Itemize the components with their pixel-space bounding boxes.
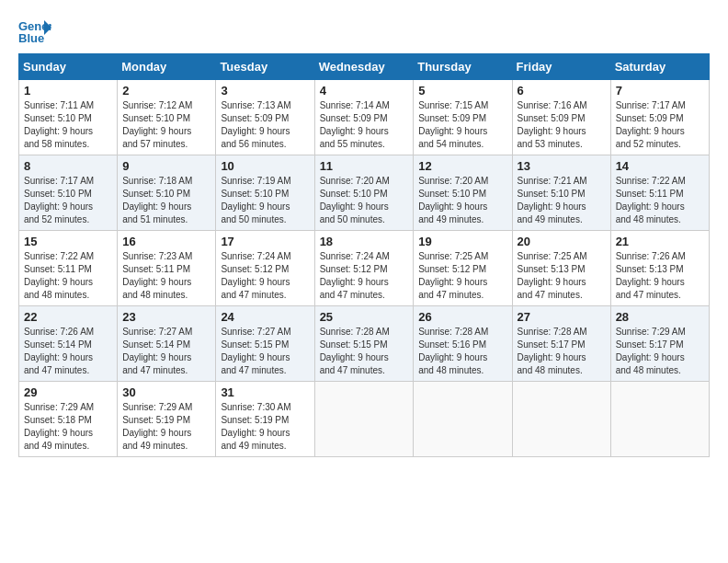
day-number: 13 (518, 159, 606, 173)
calendar-cell: 21Sunrise: 7:26 AMSunset: 5:13 PMDayligh… (610, 231, 709, 306)
calendar-cell: 1Sunrise: 7:11 AMSunset: 5:10 PMDaylight… (19, 80, 118, 155)
day-info: Sunrise: 7:21 AMSunset: 5:10 PMDaylight:… (518, 175, 606, 226)
day-number: 22 (24, 310, 112, 324)
logo: General Blue (18, 18, 55, 44)
calendar-cell: 28Sunrise: 7:29 AMSunset: 5:17 PMDayligh… (610, 306, 709, 382)
calendar-week-row: 15Sunrise: 7:22 AMSunset: 5:11 PMDayligh… (19, 231, 710, 306)
day-number: 21 (616, 235, 704, 248)
calendar-cell (314, 382, 414, 457)
day-number: 3 (221, 84, 309, 98)
day-info: Sunrise: 7:28 AMSunset: 5:15 PMDaylight:… (320, 326, 409, 377)
weekday-header-monday: Monday (118, 54, 216, 80)
day-number: 27 (518, 310, 606, 324)
day-info: Sunrise: 7:25 AMSunset: 5:12 PMDaylight:… (418, 250, 506, 302)
calendar-cell: 4Sunrise: 7:14 AMSunset: 5:09 PMDaylight… (314, 80, 414, 155)
day-info: Sunrise: 7:17 AMSunset: 5:10 PMDaylight:… (24, 175, 112, 226)
day-number: 28 (616, 310, 704, 324)
calendar-cell (512, 382, 610, 457)
svg-text:Blue: Blue (18, 31, 44, 44)
calendar-week-row: 22Sunrise: 7:26 AMSunset: 5:14 PMDayligh… (19, 306, 710, 382)
day-number: 11 (320, 159, 409, 173)
calendar-week-row: 8Sunrise: 7:17 AMSunset: 5:10 PMDaylight… (19, 155, 710, 231)
calendar-cell: 12Sunrise: 7:20 AMSunset: 5:10 PMDayligh… (414, 155, 512, 231)
day-number: 4 (320, 84, 409, 98)
page-header: General Blue (18, 18, 710, 44)
day-number: 23 (122, 310, 210, 324)
calendar-cell (414, 382, 512, 457)
day-info: Sunrise: 7:20 AMSunset: 5:10 PMDaylight:… (418, 175, 506, 226)
weekday-header-tuesday: Tuesday (216, 54, 314, 80)
calendar-cell: 3Sunrise: 7:13 AMSunset: 5:09 PMDaylight… (216, 80, 314, 155)
day-info: Sunrise: 7:29 AMSunset: 5:17 PMDaylight:… (616, 326, 704, 377)
calendar-week-row: 1Sunrise: 7:11 AMSunset: 5:10 PMDaylight… (19, 80, 710, 155)
day-number: 20 (518, 235, 606, 248)
day-number: 19 (418, 235, 506, 248)
calendar-cell: 20Sunrise: 7:25 AMSunset: 5:13 PMDayligh… (512, 231, 610, 306)
calendar-cell: 29Sunrise: 7:29 AMSunset: 5:18 PMDayligh… (19, 382, 118, 457)
calendar-cell: 15Sunrise: 7:22 AMSunset: 5:11 PMDayligh… (19, 231, 118, 306)
day-info: Sunrise: 7:26 AMSunset: 5:13 PMDaylight:… (616, 250, 704, 302)
day-info: Sunrise: 7:19 AMSunset: 5:10 PMDaylight:… (221, 175, 309, 226)
day-number: 9 (122, 159, 210, 173)
weekday-header-wednesday: Wednesday (314, 54, 414, 80)
calendar-cell: 7Sunrise: 7:17 AMSunset: 5:09 PMDaylight… (610, 80, 709, 155)
calendar-cell: 11Sunrise: 7:20 AMSunset: 5:10 PMDayligh… (314, 155, 414, 231)
calendar-cell: 31Sunrise: 7:30 AMSunset: 5:19 PMDayligh… (216, 382, 314, 457)
day-number: 24 (221, 310, 309, 324)
day-info: Sunrise: 7:27 AMSunset: 5:15 PMDaylight:… (221, 326, 309, 377)
day-number: 1 (24, 84, 112, 98)
calendar-cell (610, 382, 709, 457)
day-number: 29 (24, 385, 112, 399)
day-number: 7 (616, 84, 704, 98)
calendar-cell: 19Sunrise: 7:25 AMSunset: 5:12 PMDayligh… (414, 231, 512, 306)
day-number: 25 (320, 310, 409, 324)
day-number: 16 (122, 235, 210, 248)
day-number: 12 (418, 159, 506, 173)
calendar-cell: 14Sunrise: 7:22 AMSunset: 5:11 PMDayligh… (610, 155, 709, 231)
day-number: 17 (221, 235, 309, 248)
day-info: Sunrise: 7:11 AMSunset: 5:10 PMDaylight:… (24, 99, 112, 151)
day-info: Sunrise: 7:16 AMSunset: 5:09 PMDaylight:… (518, 99, 606, 151)
day-number: 2 (122, 84, 210, 98)
calendar-cell: 6Sunrise: 7:16 AMSunset: 5:09 PMDaylight… (512, 80, 610, 155)
day-info: Sunrise: 7:28 AMSunset: 5:16 PMDaylight:… (418, 326, 506, 377)
day-info: Sunrise: 7:12 AMSunset: 5:10 PMDaylight:… (122, 99, 210, 151)
day-number: 6 (518, 84, 606, 98)
day-info: Sunrise: 7:30 AMSunset: 5:19 PMDaylight:… (221, 401, 309, 453)
day-info: Sunrise: 7:24 AMSunset: 5:12 PMDaylight:… (320, 250, 409, 302)
day-number: 5 (418, 84, 506, 98)
day-info: Sunrise: 7:18 AMSunset: 5:10 PMDaylight:… (122, 175, 210, 226)
day-info: Sunrise: 7:27 AMSunset: 5:14 PMDaylight:… (122, 326, 210, 377)
calendar-cell: 25Sunrise: 7:28 AMSunset: 5:15 PMDayligh… (314, 306, 414, 382)
weekday-header-friday: Friday (512, 54, 610, 80)
calendar-cell: 10Sunrise: 7:19 AMSunset: 5:10 PMDayligh… (216, 155, 314, 231)
calendar-cell: 5Sunrise: 7:15 AMSunset: 5:09 PMDaylight… (414, 80, 512, 155)
calendar-cell: 13Sunrise: 7:21 AMSunset: 5:10 PMDayligh… (512, 155, 610, 231)
day-number: 8 (24, 159, 112, 173)
day-number: 30 (122, 385, 210, 399)
calendar-header-row: SundayMondayTuesdayWednesdayThursdayFrid… (19, 54, 710, 80)
day-info: Sunrise: 7:13 AMSunset: 5:09 PMDaylight:… (221, 99, 309, 151)
day-info: Sunrise: 7:15 AMSunset: 5:09 PMDaylight:… (418, 99, 506, 151)
calendar-cell: 2Sunrise: 7:12 AMSunset: 5:10 PMDaylight… (118, 80, 216, 155)
day-number: 31 (221, 385, 309, 399)
calendar-cell: 24Sunrise: 7:27 AMSunset: 5:15 PMDayligh… (216, 306, 314, 382)
calendar-cell: 8Sunrise: 7:17 AMSunset: 5:10 PMDaylight… (19, 155, 118, 231)
calendar-cell: 30Sunrise: 7:29 AMSunset: 5:19 PMDayligh… (118, 382, 216, 457)
day-info: Sunrise: 7:24 AMSunset: 5:12 PMDaylight:… (221, 250, 309, 302)
calendar-cell: 22Sunrise: 7:26 AMSunset: 5:14 PMDayligh… (19, 306, 118, 382)
day-info: Sunrise: 7:29 AMSunset: 5:19 PMDaylight:… (122, 401, 210, 453)
day-number: 26 (418, 310, 506, 324)
logo-icon: General Blue (18, 18, 51, 44)
day-info: Sunrise: 7:14 AMSunset: 5:09 PMDaylight:… (320, 99, 409, 151)
day-info: Sunrise: 7:25 AMSunset: 5:13 PMDaylight:… (518, 250, 606, 302)
day-number: 10 (221, 159, 309, 173)
calendar-week-row: 29Sunrise: 7:29 AMSunset: 5:18 PMDayligh… (19, 382, 710, 457)
day-info: Sunrise: 7:26 AMSunset: 5:14 PMDaylight:… (24, 326, 112, 377)
weekday-header-sunday: Sunday (19, 54, 118, 80)
calendar-cell: 27Sunrise: 7:28 AMSunset: 5:17 PMDayligh… (512, 306, 610, 382)
day-number: 15 (24, 235, 112, 248)
calendar-cell: 17Sunrise: 7:24 AMSunset: 5:12 PMDayligh… (216, 231, 314, 306)
calendar-cell: 23Sunrise: 7:27 AMSunset: 5:14 PMDayligh… (118, 306, 216, 382)
calendar-cell: 18Sunrise: 7:24 AMSunset: 5:12 PMDayligh… (314, 231, 414, 306)
